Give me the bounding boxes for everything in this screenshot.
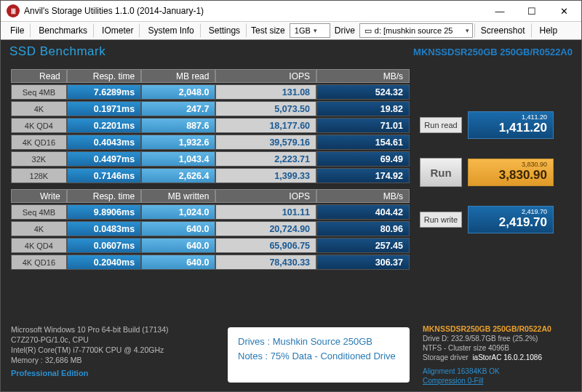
app-icon: Ⅲ (7, 4, 20, 17)
write-table: Write Resp. time MB written IOPS MB/s Se… (11, 188, 410, 271)
tables: Read Resp. time MB read IOPS MB/s Seq 4M… (11, 68, 410, 271)
read-score: 1,411.20 1,411.20 (468, 111, 554, 139)
chevron-down-icon: ▾ (466, 27, 469, 34)
table-row: 4K QD160.4043ms1,932.639,579.16154.61 (11, 135, 410, 150)
menu-systeminfo[interactable]: System Info (141, 23, 200, 38)
chevron-down-icon: ▾ (314, 27, 317, 34)
footer: Microsoft Windows 10 Pro 64-bit Build (1… (1, 319, 581, 391)
os-line: Microsoft Windows 10 Pro 64-bit Build (1… (11, 324, 215, 335)
notes-text: Notes : 75% Data - Conditioned Drive (238, 349, 399, 364)
page-title: SSD Benchmark (9, 44, 105, 59)
model-header: MKNSSDSR250GB 250GB/R0522A0 (413, 47, 573, 57)
window-title: Anvil's Storage Utilities 1.1.0 (2014-Ja… (24, 6, 484, 16)
col-mbs: MB/s (316, 189, 410, 203)
drive-size: Drive D: 232.9/58.7GB free (25.2%) (423, 334, 574, 343)
test-size-label: Test size (248, 25, 288, 36)
app-window: Ⅲ Anvil's Storage Utilities 1.1.0 (2014-… (0, 0, 582, 392)
table-row: Seq 4MB9.8906ms1,024.0101.11404.42 (11, 204, 410, 220)
write-score-small: 2,419.70 (474, 208, 547, 215)
write-score-big: 2,419.70 (474, 215, 547, 230)
edition: Professional Edition (11, 368, 215, 378)
drive-value: d: [mushkin source 25 (375, 26, 463, 35)
write-score-row: Run write 2,419.70 2,419.70 (420, 206, 573, 233)
menu-file[interactable]: File (4, 23, 31, 38)
menu-settings[interactable]: Settings (202, 23, 247, 38)
col-read: Read (11, 69, 67, 83)
table-row: 4K QD40.0607ms640.065,906.75257.45 (11, 238, 410, 253)
read-score-row: Run read 1,411.20 1,411.20 (420, 111, 573, 139)
table-row: 4K0.0483ms640.020,724.9080.96 (11, 221, 410, 236)
table-row: 128K0.7146ms2,626.41,399.33174.92 (11, 168, 410, 183)
run-button[interactable]: Run (420, 158, 462, 187)
disk-icon: ▭ (364, 26, 372, 36)
drive-model: MKNSSDSR250GB 250GB/R0522A0 (423, 324, 574, 334)
notes-drives: Drives : Mushkin Source 250GB (238, 335, 399, 349)
test-size-select[interactable]: 1GB ▾ (290, 23, 330, 38)
main-panel: SSD Benchmark MKNSSDSR250GB 250GB/R0522A… (1, 40, 581, 391)
mem-line: Memory : 32,686 MB (11, 355, 215, 365)
menu-benchmarks[interactable]: Benchmarks (32, 23, 94, 38)
mb-line: C7Z270-PG/1.0c, CPU (11, 335, 215, 345)
header: SSD Benchmark MKNSSDSR250GB 250GB/R0522A… (1, 40, 581, 63)
compression-link[interactable]: Compression 0-Fill (423, 376, 574, 385)
system-info: Microsoft Windows 10 Pro 64-bit Build (1… (11, 324, 215, 385)
col-mbread: MB read (141, 69, 215, 83)
read-score-big: 1,411.20 (474, 121, 547, 135)
table-row: Seq 4MB7.6289ms2,048.0131.08524.32 (11, 84, 410, 100)
read-score-small: 1,411.20 (474, 113, 547, 121)
window-controls: — ☐ ✕ (484, 1, 580, 20)
total-score-big: 3,830.90 (474, 168, 547, 183)
notes-box: Drives : Mushkin Source 250GB Notes : 75… (228, 327, 410, 383)
side-panel: Run read 1,411.20 1,411.20 Run 3,830.90 … (420, 85, 573, 233)
titlebar: Ⅲ Anvil's Storage Utilities 1.1.0 (2014-… (1, 1, 581, 21)
drive-select[interactable]: ▭ d: [mushkin source 25 ▾ (359, 23, 473, 38)
content: Read Resp. time MB read IOPS MB/s Seq 4M… (1, 63, 581, 319)
table-row: 4K QD40.2201ms887.618,177.6071.01 (11, 118, 410, 133)
total-score-small: 3,830.90 (474, 161, 547, 168)
close-button[interactable]: ✕ (548, 1, 580, 20)
alignment: Alignment 16384KB OK (423, 367, 574, 376)
drive-info: MKNSSDSR250GB 250GB/R0522A0 Drive D: 232… (423, 324, 574, 385)
col-resp: Resp. time (67, 69, 141, 83)
col-mbwritten: MB written (141, 189, 215, 203)
col-write: Write (11, 189, 67, 203)
col-iops: IOPS (215, 189, 316, 203)
storage-driver-line: Storage driver iaStorAC 16.0.2.1086 (423, 353, 574, 362)
drive-label: Drive (332, 25, 358, 36)
cpu-line: Intel(R) Core(TM) i7-7700K CPU @ 4.20GHz (11, 345, 215, 355)
menu-help[interactable]: Help (533, 23, 565, 38)
menu-iometer[interactable]: IOmeter (95, 23, 140, 38)
write-score: 2,419.70 2,419.70 (468, 206, 554, 233)
menu-screenshot[interactable]: Screenshot (474, 23, 532, 38)
table-row: 32K0.4497ms1,043.42,223.7169.49 (11, 151, 410, 167)
test-size-value: 1GB (295, 26, 311, 35)
col-resp: Resp. time (67, 189, 141, 203)
run-write-button[interactable]: Run write (420, 212, 462, 228)
menubar: File Benchmarks IOmeter System Info Sett… (1, 21, 581, 40)
drive-fs: NTFS - Cluster size 4096B (423, 343, 574, 353)
total-score-row: Run 3,830.90 3,830.90 (420, 158, 573, 187)
table-row: 4K QD160.2040ms640.078,430.33306.37 (11, 255, 410, 270)
table-row: 4K0.1971ms247.75,073.5019.82 (11, 101, 410, 116)
read-table: Read Resp. time MB read IOPS MB/s Seq 4M… (11, 68, 410, 185)
maximize-button[interactable]: ☐ (516, 1, 548, 20)
run-read-button[interactable]: Run read (420, 117, 462, 133)
col-iops: IOPS (215, 69, 316, 83)
total-score: 3,830.90 3,830.90 (468, 159, 554, 186)
minimize-button[interactable]: — (484, 1, 516, 20)
col-mbs: MB/s (316, 69, 410, 83)
